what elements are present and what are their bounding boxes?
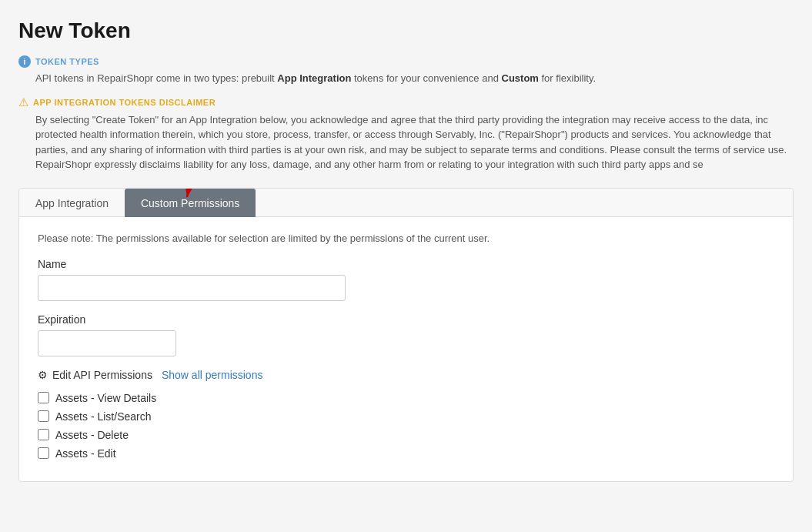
disclaimer-label: ⚠ APP INTEGRATION TOKENS DISCLAIMER xyxy=(18,95,794,109)
expiration-group: Expiration xyxy=(38,313,774,356)
token-types-section: i TOKEN TYPES API tokens in RepairShopr … xyxy=(18,55,794,86)
permissions-list: Assets - View Details Assets - List/Sear… xyxy=(38,392,774,460)
tab-content: Please note: The permissions available f… xyxy=(19,217,793,481)
permission-label-assets-edit: Assets - Edit xyxy=(55,447,116,460)
permission-checkbox-assets-edit[interactable] xyxy=(38,447,49,459)
show-all-permissions-link[interactable]: Show all permissions xyxy=(162,369,263,381)
tab-bar: App Integration Custom Permissions xyxy=(19,189,793,217)
permission-item-0: Assets - View Details xyxy=(38,392,774,404)
name-input[interactable] xyxy=(38,275,346,301)
disclaimer-heading: APP INTEGRATION TOKENS DISCLAIMER xyxy=(33,98,216,107)
name-label: Name xyxy=(38,258,774,270)
gear-icon: ⚙ xyxy=(38,369,48,381)
token-types-label: i TOKEN TYPES xyxy=(18,55,794,68)
permission-checkbox-assets-view-details[interactable] xyxy=(38,392,49,403)
info-icon: i xyxy=(18,55,31,68)
warning-icon: ⚠ xyxy=(18,95,28,109)
token-card: App Integration Custom Permissions Pleas… xyxy=(18,188,794,482)
expiration-label: Expiration xyxy=(38,313,774,326)
permission-item-1: Assets - List/Search xyxy=(38,410,774,423)
permission-item-2: Assets - Delete xyxy=(38,429,774,441)
tab-app-integration[interactable]: App Integration xyxy=(19,189,125,217)
expiration-input[interactable] xyxy=(38,330,176,356)
permission-checkbox-assets-delete[interactable] xyxy=(38,429,49,440)
permission-label-assets-view-details: Assets - View Details xyxy=(55,392,156,404)
token-types-text: API tokens in RepairShopr come in two ty… xyxy=(18,71,794,86)
permissions-header: ⚙ Edit API Permissions Show all permissi… xyxy=(38,369,774,381)
permission-label-assets-list-search: Assets - List/Search xyxy=(55,410,152,423)
permissions-note: Please note: The permissions available f… xyxy=(38,233,774,244)
edit-permissions-label: Edit API Permissions xyxy=(52,369,152,381)
disclaimer-text: By selecting "Create Token" for an App I… xyxy=(18,112,794,172)
disclaimer-section: ⚠ APP INTEGRATION TOKENS DISCLAIMER By s… xyxy=(18,95,794,172)
page-title: New Token xyxy=(18,18,794,43)
name-group: Name xyxy=(38,258,774,301)
permission-checkbox-assets-list-search[interactable] xyxy=(38,410,49,422)
token-types-heading: TOKEN TYPES xyxy=(35,57,99,66)
permission-item-3: Assets - Edit xyxy=(38,447,774,460)
tab-custom-permissions[interactable]: Custom Permissions xyxy=(125,189,256,217)
permission-label-assets-delete: Assets - Delete xyxy=(55,429,129,441)
permissions-label-group: ⚙ Edit API Permissions xyxy=(38,369,152,381)
